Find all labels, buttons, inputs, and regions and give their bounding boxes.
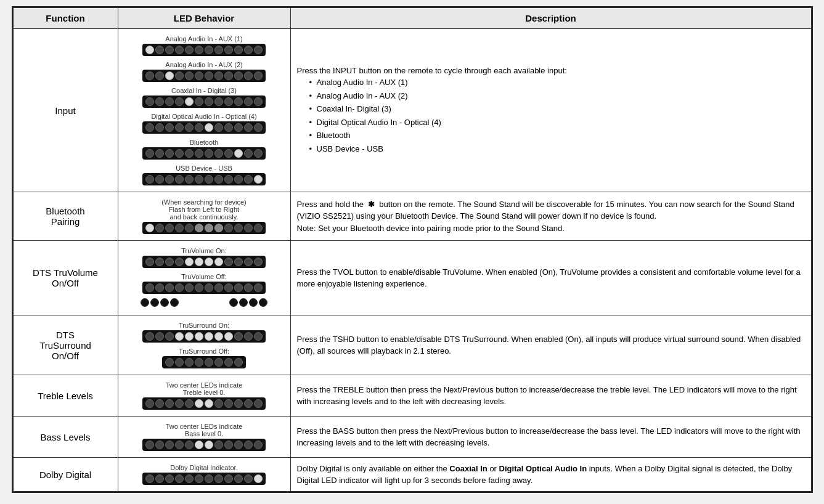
- led-dot: [165, 358, 174, 367]
- led-dot: [259, 298, 267, 307]
- led-dot: [185, 71, 194, 80]
- function-treble: Treble Levels: [13, 375, 118, 417]
- led-trusurround-on-label: TruSurround On:: [124, 322, 284, 329]
- led-dot: [155, 332, 164, 341]
- led-dot: [170, 298, 179, 307]
- led-dot: [224, 283, 233, 292]
- desc-dolby-text: Dolby Digital is only available on eithe…: [297, 463, 805, 487]
- led-dot: [224, 71, 233, 80]
- led-dot: [214, 258, 223, 266]
- led-dot: [175, 441, 184, 449]
- led-dot: [145, 474, 154, 483]
- led-dot: [195, 474, 203, 483]
- led-behavior-table: Function LED Behavior Description Input …: [13, 7, 812, 492]
- led-dot: [244, 175, 253, 184]
- led-bar-bluetooth: [142, 147, 266, 160]
- led-dot: [254, 224, 263, 232]
- led-dot: [214, 46, 223, 54]
- led-bt-pairing-label: (When searching for device) Flash from L…: [124, 198, 284, 221]
- led-dot: [249, 298, 258, 307]
- led-dot: [254, 123, 263, 132]
- bold-coaxial: Coaxial In: [449, 464, 487, 473]
- led-dot: [205, 46, 213, 54]
- led-dot: [155, 474, 164, 483]
- led-dot: [234, 258, 243, 266]
- led-dot: [224, 97, 233, 106]
- table-row-treble: Treble Levels Two center LEDs indicate T…: [13, 375, 811, 417]
- led-dot: [254, 71, 263, 80]
- led-dot: [185, 123, 194, 132]
- led-dot: [254, 332, 263, 341]
- led-dot: [195, 283, 203, 292]
- led-bar-aux2: [142, 70, 266, 82]
- header-led: LED Behavior: [118, 8, 290, 29]
- desc-dolby: Dolby Digital is only available on eithe…: [290, 458, 811, 492]
- led-dot: [165, 46, 174, 54]
- led-dot: [195, 123, 203, 132]
- led-dot: [214, 97, 223, 106]
- led-dot: [224, 399, 233, 408]
- function-input: Input: [13, 29, 118, 192]
- desc-input-list: Analog Audio In - AUX (1) Analog Audio I…: [297, 76, 805, 155]
- led-dot: [205, 71, 213, 80]
- led-dot: [234, 399, 243, 408]
- led-bar-trusurround-on: [142, 330, 266, 343]
- led-dot: [244, 399, 253, 408]
- spacer: [217, 298, 228, 307]
- led-dot: [141, 298, 149, 307]
- led-coaxial-label: Coaxial In - Digital (3): [124, 87, 284, 94]
- led-truvol: TruVolume On:: [118, 241, 290, 315]
- led-bar-treble: [142, 397, 266, 410]
- led-dot: [214, 441, 223, 449]
- led-dot: [234, 283, 243, 292]
- led-dot: [205, 258, 213, 266]
- table-row-bass: Bass Levels Two center LEDs indicate Bas…: [13, 417, 811, 458]
- led-dot: [145, 175, 154, 184]
- header-function: Function: [13, 8, 118, 29]
- led-dot: [165, 149, 174, 158]
- led-dolby-label: Dolby Digital Indicator.: [124, 464, 284, 471]
- led-dot: [185, 97, 194, 106]
- led-dot: [214, 283, 223, 292]
- led-dot: [145, 441, 154, 449]
- led-dot: [244, 123, 253, 132]
- led-dot: [205, 441, 213, 449]
- desc-bt-text: Press and hold the ✱ button on the remot…: [297, 198, 805, 235]
- led-dot: [195, 358, 203, 367]
- led-dot: [150, 298, 159, 307]
- led-dot: [205, 123, 213, 132]
- led-dot: [175, 175, 184, 184]
- led-dot: [155, 175, 164, 184]
- led-dot: [234, 441, 243, 449]
- led-dot: [145, 332, 154, 341]
- led-dot: [175, 258, 184, 266]
- led-dot: [145, 71, 154, 80]
- led-treble-label: Two center LEDs indicate Treble level 0.: [124, 381, 284, 396]
- led-dot: [234, 71, 243, 80]
- led-dot: [195, 175, 203, 184]
- led-dot: [205, 283, 213, 292]
- led-dot: [234, 123, 243, 132]
- led-dot: [155, 224, 164, 232]
- led-dot: [234, 358, 243, 367]
- led-dot: [145, 149, 154, 158]
- header-description: Description: [290, 8, 811, 29]
- led-dot: [224, 441, 233, 449]
- led-dot: [244, 258, 253, 266]
- led-dot: [175, 399, 184, 408]
- led-dot: [205, 149, 213, 158]
- led-dot: [205, 175, 213, 184]
- led-dot: [224, 224, 233, 232]
- led-dot: [224, 46, 233, 54]
- led-bar-truvol-off2: [137, 296, 271, 309]
- led-dot: [145, 224, 154, 232]
- led-dot: [244, 332, 253, 341]
- led-dot: [214, 358, 223, 367]
- desc-truvol: Press the TVOL button to enable/disable …: [290, 241, 811, 315]
- led-dot: [214, 399, 223, 408]
- list-item: USB Device - USB: [309, 143, 805, 155]
- led-dot: [145, 399, 154, 408]
- led-dot: [160, 298, 169, 307]
- led-dot: [214, 474, 223, 483]
- bold-optical: Digital Optical Audio In: [499, 464, 587, 473]
